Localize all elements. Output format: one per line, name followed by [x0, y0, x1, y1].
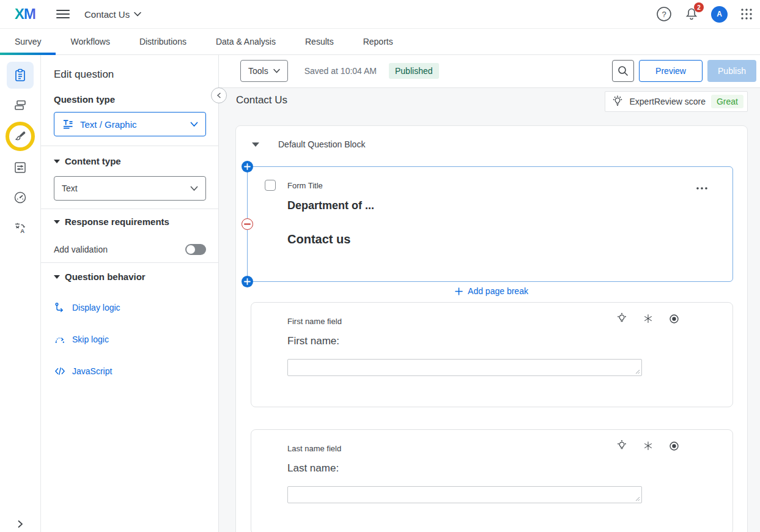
clipboard-icon — [13, 68, 28, 83]
rail-item-survey-flow[interactable] — [7, 92, 34, 119]
svg-text:?: ? — [662, 10, 666, 19]
chevron-down-icon — [190, 122, 198, 127]
question-label: Last name field — [287, 444, 341, 453]
last-name-textarea[interactable] — [287, 486, 642, 503]
question-first-name-field[interactable]: First name field Firs — [251, 302, 733, 407]
plus-icon — [455, 287, 463, 295]
add-question-below-button[interactable] — [242, 276, 253, 287]
block-collapse-caret-icon[interactable] — [252, 142, 259, 147]
avatar[interactable]: A — [711, 6, 728, 23]
search-button[interactable] — [612, 60, 634, 82]
question-menu-ellipsis-icon[interactable] — [696, 182, 708, 193]
skip-logic-icon — [54, 333, 66, 345]
tab-reports[interactable]: Reports — [363, 29, 393, 54]
question-label: Form Title — [287, 181, 323, 190]
expert-review-lightbulb-icon[interactable] — [616, 440, 628, 452]
preview-button[interactable]: Preview — [639, 60, 703, 82]
rail-expand-button[interactable] — [0, 520, 40, 528]
divider — [41, 146, 218, 146]
text-graphic-icon — [62, 118, 74, 130]
javascript-link[interactable]: JavaScript — [54, 365, 206, 377]
javascript-label: JavaScript — [72, 366, 112, 376]
chevron-left-icon — [216, 92, 221, 98]
panel-title: Edit question — [54, 68, 206, 81]
menu-icon[interactable] — [56, 10, 70, 18]
forced-response-radio-icon[interactable] — [668, 313, 680, 325]
lightbulb-icon — [611, 95, 624, 108]
notifications-bell-icon[interactable]: 2 — [684, 7, 699, 21]
resize-handle-icon[interactable] — [635, 497, 640, 501]
add-validation-label: Add validation — [54, 245, 108, 254]
first-name-textarea[interactable] — [287, 359, 642, 376]
expert-review-lightbulb-icon[interactable] — [616, 312, 628, 325]
resize-handle-icon[interactable] — [635, 369, 640, 374]
response-requirements-section-header[interactable]: Response requirements — [54, 216, 206, 227]
asterisk-star-icon[interactable] — [643, 440, 654, 451]
rail-item-quotas[interactable] — [7, 184, 34, 211]
project-switcher[interactable]: Contact Us — [84, 9, 141, 20]
display-logic-icon — [54, 301, 66, 314]
xm-logo: XM — [15, 6, 35, 23]
panel-collapse-button[interactable] — [211, 87, 227, 103]
form-subtitle-text[interactable]: Contact us — [287, 232, 350, 246]
divider — [41, 262, 218, 263]
tab-survey[interactable]: Survey — [15, 29, 42, 54]
project-name: Contact Us — [84, 9, 130, 20]
question-prompt[interactable]: First name: — [287, 335, 339, 347]
plus-icon — [244, 163, 251, 170]
rail-item-translations[interactable]: A — [7, 214, 34, 241]
tab-workflows[interactable]: Workflows — [71, 29, 110, 54]
question-last-name-field[interactable]: Last name field Last — [251, 429, 733, 532]
expert-review-label: ExpertReview score — [629, 97, 706, 106]
search-icon — [617, 65, 629, 77]
published-status-badge: Published — [389, 63, 439, 79]
block-title[interactable]: Default Question Block — [278, 139, 365, 149]
left-icon-rail: A — [0, 55, 41, 532]
notification-badge: 2 — [694, 2, 704, 12]
publish-button[interactable]: Publish — [707, 60, 756, 82]
asterisk-star-icon[interactable] — [643, 313, 654, 324]
survey-header-row: Contact Us ExpertReview score Great — [219, 88, 760, 115]
plus-icon — [244, 278, 251, 285]
rail-item-survey-options[interactable] — [7, 154, 34, 181]
content-type-label: Content type — [65, 156, 121, 166]
question-type-value: Text / Graphic — [80, 119, 137, 130]
remove-question-button[interactable] — [242, 218, 253, 230]
form-title-text[interactable]: Department of ... — [287, 199, 374, 212]
rail-item-survey-builder[interactable] — [7, 62, 34, 89]
survey-canvas-area: Contact Us ExpertReview score Great — [219, 87, 760, 532]
forced-response-radio-icon[interactable] — [668, 440, 680, 452]
gauge-icon — [13, 190, 28, 205]
tab-data-analysis[interactable]: Data & Analysis — [216, 29, 276, 54]
add-question-above-button[interactable] — [242, 161, 253, 172]
survey-toolbar: Tools Saved at 10:04 AM Published Previe… — [219, 55, 760, 87]
response-requirements-label: Response requirements — [65, 216, 169, 227]
expert-review-panel[interactable]: ExpertReview score Great — [605, 91, 748, 112]
survey-title: Contact Us — [236, 94, 287, 106]
question-behavior-section-header[interactable]: Question behavior — [54, 272, 206, 282]
rail-item-look-and-feel[interactable] — [6, 122, 35, 151]
tab-results[interactable]: Results — [305, 29, 334, 54]
tab-distributions[interactable]: Distributions — [139, 29, 186, 54]
question-prompt[interactable]: Last name: — [287, 462, 339, 475]
skip-logic-link[interactable]: Skip logic — [54, 333, 206, 345]
skip-logic-label: Skip logic — [72, 334, 109, 344]
save-status: Saved at 10:04 AM — [304, 66, 377, 76]
content-type-dropdown[interactable]: Text — [54, 176, 206, 201]
content-type-section-header[interactable]: Content type — [54, 156, 206, 166]
help-icon[interactable]: ? — [656, 6, 672, 22]
tools-label: Tools — [248, 66, 268, 76]
tools-dropdown[interactable]: Tools — [240, 60, 288, 82]
question-form-title[interactable]: Form Title Department of ... Contact us — [247, 166, 733, 282]
add-validation-toggle[interactable] — [185, 244, 206, 255]
display-logic-link[interactable]: Display logic — [54, 301, 206, 314]
display-logic-label: Display logic — [72, 303, 120, 312]
chevron-down-icon — [190, 186, 198, 191]
question-checkbox[interactable] — [265, 180, 276, 191]
question-type-dropdown[interactable]: Text / Graphic — [54, 112, 206, 136]
topbar-actions: ? 2 A — [656, 6, 753, 23]
paintbrush-icon — [13, 130, 28, 144]
question-canvas: Default Question Block — [219, 115, 760, 532]
add-page-break-button[interactable]: Add page break — [236, 286, 747, 296]
apps-grid-icon[interactable] — [740, 7, 753, 21]
